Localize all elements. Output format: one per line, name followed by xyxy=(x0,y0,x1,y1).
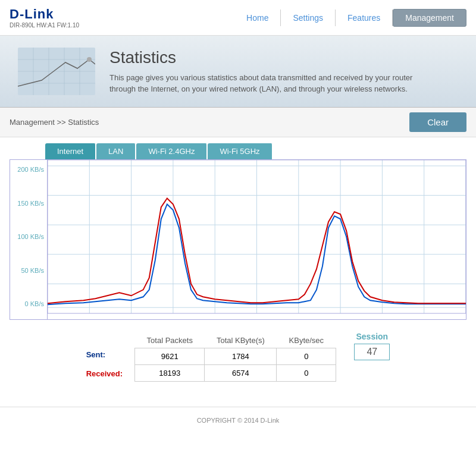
sent-kbyte-sec: 0 xyxy=(277,348,336,365)
tab-wifi-24[interactable]: Wi-Fi 2.4GHz xyxy=(136,143,208,159)
session-box: Session 47 xyxy=(354,332,390,360)
logo-area: D-Link DIR-890L HW:A1 FW:1.10 xyxy=(10,7,79,29)
chart-svg xyxy=(48,160,466,319)
nav-management[interactable]: Management xyxy=(393,9,466,27)
stats-table-area: Sent: Received: Total Packets Total KByt… xyxy=(86,332,337,383)
device-info: DIR-890L HW:A1 FW:1.10 xyxy=(10,22,79,29)
y-label-100: 100 KB/s xyxy=(13,233,44,240)
sent-label: Sent: xyxy=(86,350,112,359)
y-label-200: 200 KB/s xyxy=(13,166,44,173)
received-kbyte-sec: 0 xyxy=(277,365,336,382)
header: D-Link DIR-890L HW:A1 FW:1.10 Home Setti… xyxy=(0,0,476,36)
clear-button[interactable]: Clear xyxy=(409,112,466,132)
session-value: 47 xyxy=(354,344,390,360)
col-total-packets: Total Packets xyxy=(135,333,205,348)
tab-internet[interactable]: Internet xyxy=(45,143,96,159)
chart-container: 200 KB/s 150 KB/s 100 KB/s 50 KB/s 0 KB/… xyxy=(10,159,466,320)
nav-settings[interactable]: Settings xyxy=(281,10,336,26)
chart-area xyxy=(47,160,466,319)
received-row: 18193 6574 0 xyxy=(135,365,336,382)
main-nav: Home Settings Features Management xyxy=(234,9,466,27)
svg-point-8 xyxy=(87,57,92,62)
received-kbytes: 6574 xyxy=(205,365,277,382)
row-labels: Sent: Received: xyxy=(86,345,129,383)
col-kbyte-sec: KByte/sec xyxy=(277,333,336,348)
chart-tabs: Internet LAN Wi-Fi 2.4GHz Wi-Fi 5GHz xyxy=(45,143,466,159)
col-total-kbytes: Total KByte(s) xyxy=(205,333,277,348)
sent-row: 9621 1784 0 xyxy=(135,348,336,365)
banner-chart-icon xyxy=(18,48,95,95)
tab-lan[interactable]: LAN xyxy=(96,143,136,159)
received-label: Received: xyxy=(86,369,129,378)
y-label-150: 150 KB/s xyxy=(13,200,44,207)
received-packets: 18193 xyxy=(135,365,205,382)
session-label: Session xyxy=(356,332,388,341)
chart-y-axis: 200 KB/s 150 KB/s 100 KB/s 50 KB/s 0 KB/… xyxy=(10,160,47,319)
sent-packets: 9621 xyxy=(135,348,205,365)
main-content: Internet LAN Wi-Fi 2.4GHz Wi-Fi 5GHz 200… xyxy=(0,137,476,395)
toolbar: Management >> Statistics Clear xyxy=(0,108,476,137)
footer: COPYRIGHT © 2014 D-Link xyxy=(0,407,476,433)
page-title: Statistics xyxy=(109,48,419,67)
nav-features[interactable]: Features xyxy=(336,10,393,26)
sent-kbytes: 1784 xyxy=(205,348,277,365)
banner-text: Statistics This page gives you various s… xyxy=(109,48,419,95)
banner: Statistics This page gives you various s… xyxy=(0,36,476,108)
y-label-50: 50 KB/s xyxy=(13,267,44,274)
tab-wifi-5[interactable]: Wi-Fi 5GHz xyxy=(208,143,273,159)
stats-section: Sent: Received: Total Packets Total KByt… xyxy=(10,332,466,383)
footer-text: COPYRIGHT © 2014 D-Link xyxy=(197,417,280,424)
logo: D-Link xyxy=(10,7,79,22)
breadcrumb: Management >> Statistics xyxy=(10,118,99,127)
y-label-0: 0 KB/s xyxy=(13,300,44,307)
stats-table: Total Packets Total KByte(s) KByte/sec 9… xyxy=(134,333,336,382)
nav-home[interactable]: Home xyxy=(234,10,281,26)
banner-description: This page gives you various statistics a… xyxy=(109,72,419,95)
